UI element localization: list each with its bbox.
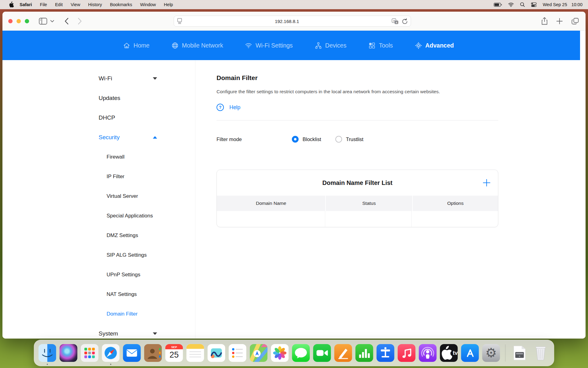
- domain-filter-panel: Domain Filter Configure the filter setti…: [195, 60, 586, 339]
- sidebar-item-nat-settings[interactable]: NAT Settings: [2, 285, 195, 304]
- table-empty-row: [217, 211, 498, 227]
- home-icon: [123, 42, 130, 49]
- sidebar-item-virtual-server[interactable]: Virtual Server: [2, 186, 195, 206]
- page-description: Configure the filter settings to restric…: [217, 89, 586, 94]
- sidebar-item-firewall[interactable]: Firewall: [2, 147, 195, 167]
- calendar-day: 25: [169, 350, 179, 359]
- chevron-down-icon: [153, 77, 157, 80]
- dock-icon-app-store[interactable]: [461, 344, 479, 362]
- add-entry-button[interactable]: [483, 179, 491, 187]
- column-domain-name: Domain Name: [217, 196, 325, 211]
- radio-option-blocklist[interactable]: Blocklist: [292, 136, 321, 143]
- nav-devices[interactable]: Devices: [315, 42, 346, 49]
- minimize-window-button[interactable]: [17, 19, 21, 23]
- dock-icon-pages[interactable]: [334, 344, 352, 362]
- dock-icon-notes[interactable]: [187, 344, 204, 362]
- menu-history[interactable]: History: [84, 2, 106, 7]
- dock-icon-facetime[interactable]: [313, 344, 331, 362]
- zoom-window-button[interactable]: [25, 19, 29, 23]
- radio-unselected-icon[interactable]: [335, 136, 342, 143]
- menu-clock[interactable]: Wed Sep 25 10:00: [543, 2, 582, 7]
- nav-wifi-settings[interactable]: Wi-Fi Settings: [245, 42, 292, 49]
- wifi-icon: [245, 42, 252, 49]
- sidebar-item-sip-alg-settings[interactable]: SIP ALG Settings: [2, 245, 195, 265]
- sidebar-item-system[interactable]: System: [2, 324, 195, 339]
- spotlight-search-icon[interactable]: [520, 2, 525, 7]
- share-icon[interactable]: [541, 17, 548, 25]
- radio-selected-icon[interactable]: [292, 136, 299, 143]
- traffic-lights: [8, 19, 29, 23]
- dock-icon-trash[interactable]: [532, 344, 550, 362]
- url-text[interactable]: 192.168.8.1: [182, 19, 392, 24]
- dock-icon-tv[interactable]: tv: [440, 344, 458, 362]
- forward-button[interactable]: [78, 18, 82, 25]
- dock-icon-calendar[interactable]: SEP25: [165, 344, 183, 362]
- sidebar-toggle-icon[interactable]: [39, 18, 47, 25]
- sidebar-item-upnp-settings[interactable]: UPnP Settings: [2, 265, 195, 285]
- address-bar[interactable]: 192.168.8.1 Ax: [174, 16, 411, 27]
- wifi-status-icon[interactable]: [508, 2, 514, 7]
- dock-icon-music[interactable]: [398, 344, 416, 362]
- menu-file[interactable]: File: [36, 2, 51, 7]
- dock-divider: [505, 344, 506, 362]
- dock-icon-launchpad[interactable]: [81, 344, 99, 362]
- menu-view[interactable]: View: [67, 2, 84, 7]
- menu-bookmarks[interactable]: Bookmarks: [106, 2, 136, 7]
- menu-edit[interactable]: Edit: [51, 2, 67, 7]
- section-divider: [217, 120, 498, 121]
- help-link[interactable]: ? Help: [217, 104, 586, 111]
- filter-mode-row: Filter mode Blocklist Trustlist: [217, 136, 586, 143]
- tv-label: tv: [453, 350, 458, 356]
- nav-advanced[interactable]: Advanced: [415, 42, 454, 49]
- sidebar-item-security[interactable]: Security: [2, 128, 195, 147]
- dock-icon-freeform[interactable]: [208, 344, 225, 362]
- devices-icon: [315, 42, 322, 49]
- dock-icon-numbers[interactable]: [356, 344, 373, 362]
- nav-mobile-network[interactable]: Mobile Network: [172, 42, 223, 49]
- dock-icon-mail[interactable]: [123, 344, 141, 362]
- battery-icon[interactable]: [494, 3, 502, 7]
- table-title: Domain Name Filter List: [322, 179, 393, 186]
- table-header: Domain Name Status Options: [217, 196, 498, 211]
- menu-help[interactable]: Help: [160, 2, 177, 7]
- filter-mode-label: Filter mode: [217, 136, 292, 142]
- dock-icon-safari[interactable]: [102, 344, 120, 362]
- dock-icon-photos[interactable]: [271, 344, 289, 362]
- page-format-icon[interactable]: [177, 18, 182, 24]
- page-content: Wi-Fi Updates DHCP Security Firewall IP …: [2, 60, 586, 339]
- toolbar-chevron-down-icon[interactable]: [50, 20, 54, 22]
- sidebar-item-ip-filter[interactable]: IP Filter: [2, 167, 195, 186]
- nav-home[interactable]: Home: [123, 42, 149, 49]
- control-center-icon[interactable]: [531, 2, 537, 7]
- sidebar-item-dhcp[interactable]: DHCP: [2, 108, 195, 128]
- dock-icon-siri[interactable]: [60, 344, 77, 362]
- tab-overview-icon[interactable]: [571, 18, 579, 25]
- dock-icon-messages[interactable]: [292, 344, 310, 362]
- tools-icon: [368, 42, 375, 49]
- sidebar-item-special-applications[interactable]: Special Applications: [2, 206, 195, 226]
- close-window-button[interactable]: [8, 19, 13, 23]
- settings-sidebar: Wi-Fi Updates DHCP Security Firewall IP …: [2, 60, 195, 339]
- dock-icon-reminders[interactable]: [229, 344, 247, 362]
- dock-icon-system-settings[interactable]: ⚙: [482, 344, 500, 362]
- apple-logo-icon[interactable]: [9, 2, 14, 8]
- new-tab-icon[interactable]: [556, 18, 563, 25]
- menu-window[interactable]: Window: [136, 2, 160, 7]
- sidebar-item-domain-filter[interactable]: Domain Filter: [2, 304, 195, 324]
- dock-icon-contacts[interactable]: [144, 344, 162, 362]
- sidebar-item-wifi[interactable]: Wi-Fi: [2, 69, 195, 88]
- radio-option-trustlist[interactable]: Trustlist: [335, 136, 364, 143]
- page-title: Domain Filter: [217, 74, 586, 82]
- dock-icon-finder[interactable]: [39, 344, 56, 362]
- reload-icon[interactable]: [402, 18, 408, 24]
- dock-icon-podcasts[interactable]: [419, 344, 437, 362]
- dock-icon-maps[interactable]: [250, 344, 268, 362]
- sidebar-item-updates[interactable]: Updates: [2, 88, 195, 108]
- back-button[interactable]: [65, 18, 69, 25]
- dock-icon-disk-image[interactable]: [511, 344, 529, 362]
- nav-tools[interactable]: Tools: [368, 42, 393, 49]
- sidebar-item-dmz-settings[interactable]: DMZ Settings: [2, 226, 195, 245]
- translate-icon[interactable]: Ax: [392, 18, 398, 24]
- dock-icon-keynote[interactable]: [377, 344, 394, 362]
- menu-app-name[interactable]: Safari: [16, 2, 36, 7]
